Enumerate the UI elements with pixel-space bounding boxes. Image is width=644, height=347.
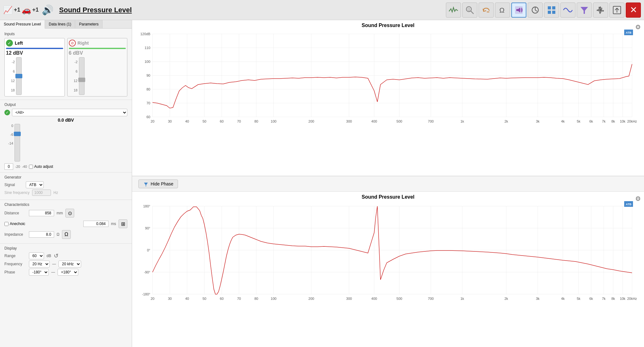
left-channel-name: Left (15, 41, 23, 46)
svg-text:70: 70 (237, 119, 241, 123)
spl-curve (153, 64, 632, 108)
output-select[interactable]: <All> (12, 109, 127, 116)
icon-group-left: 📈 +1 🚗 +1 🔊 (3, 4, 53, 15)
svg-text:ATB: ATB (626, 31, 631, 34)
adjust-row: 0 -20 -40 Auto adjust (4, 163, 127, 170)
impedance-row: Impedance 8.0 Ω Ω (4, 230, 127, 239)
impedance-icon-btn[interactable]: Ω (62, 230, 71, 239)
bottom-chart-settings-icon[interactable]: ⚙ (635, 195, 641, 202)
adjust-box[interactable]: 0 (4, 163, 13, 170)
right-channel-name: Right (78, 41, 89, 46)
svg-text:80: 80 (254, 119, 258, 123)
hide-phase-btn[interactable]: Hide Phase (138, 179, 178, 188)
impedance-value[interactable]: 8.0 (29, 231, 54, 238)
tab-spl[interactable]: Sound Pressure Level (0, 20, 45, 29)
svg-text:4k: 4k (561, 297, 565, 300)
svg-text:110: 110 (145, 46, 150, 50)
output-value: 0.0 dBV (4, 118, 127, 123)
freq-to-select[interactable]: 20 kHz (58, 261, 81, 267)
grid-tool-btn[interactable] (544, 3, 559, 18)
output-section: Output ✓ <All> 0.0 dBV 0 -6 -14 0 (0, 100, 132, 172)
svg-text:1k: 1k (460, 297, 464, 300)
top-chart-svg: 120dB 110 100 90 80 70 60 (135, 30, 638, 127)
svg-text:50: 50 (203, 119, 206, 123)
left-fader-thumb[interactable] (15, 74, 22, 78)
freq-from-select[interactable]: 20 Hz (29, 261, 50, 267)
svg-text:7k: 7k (602, 119, 606, 123)
right-fader-labels: -2 6 12 18 (69, 57, 78, 95)
tab-data-lines[interactable]: Data lines (1) (45, 20, 75, 28)
freq-label: Frequency (4, 262, 26, 266)
svg-text:400: 400 (371, 119, 377, 123)
anechoic-icon-btn[interactable]: ⊞ (119, 219, 127, 228)
svg-text:6k: 6k (589, 297, 593, 300)
sine-freq-input[interactable] (32, 190, 51, 196)
phase-to-select[interactable]: +180° (58, 269, 78, 276)
svg-text:500: 500 (397, 297, 402, 300)
impedance-unit: Ω (57, 232, 59, 237)
output-fader-thumb[interactable] (14, 132, 21, 136)
anechoic-check-input[interactable] (4, 222, 8, 226)
svg-text:30: 30 (168, 119, 172, 123)
svg-text:7k: 7k (602, 297, 606, 300)
distance-icon-btn[interactable]: ⊙ (65, 209, 74, 218)
svg-rect-13 (552, 11, 555, 14)
filter-tool-btn[interactable] (577, 3, 592, 18)
range-select[interactable]: 60 (29, 252, 44, 259)
svg-text:120dB: 120dB (140, 32, 150, 36)
freq-sep: — (52, 262, 56, 266)
freq-row: Frequency 20 Hz — 20 kHz (4, 261, 127, 267)
anechoic-checkbox[interactable]: Anechoic (4, 222, 25, 226)
top-chart-settings-icon[interactable]: ⚙ (635, 23, 641, 31)
svg-text:100: 100 (271, 119, 276, 123)
output-fader-track[interactable] (14, 124, 20, 162)
left-active-icon: ✓ (6, 40, 13, 47)
distance-label: Distance (4, 211, 26, 215)
phase-sep: — (51, 270, 55, 274)
adjust-num-1: -20 (15, 165, 20, 168)
tab-parameters[interactable]: Parameters (75, 20, 103, 28)
badge-1: +1 (14, 7, 20, 13)
undo-tool-btn[interactable] (479, 3, 494, 18)
omega-tool-btn[interactable]: Ω (495, 3, 510, 18)
svg-text:70: 70 (237, 297, 241, 300)
refresh-icon[interactable]: ↺ (54, 252, 58, 259)
impedance-label: Impedance (4, 232, 26, 237)
phase-from-select[interactable]: -180° (29, 269, 49, 276)
sine-tool-btn[interactable] (560, 3, 575, 18)
page-title: Sound Pressure Level (59, 6, 132, 14)
settings-tool-btn[interactable] (593, 3, 608, 18)
right-fader-thumb[interactable] (78, 78, 85, 82)
top-chart-title: Sound Pressure Level (132, 20, 644, 30)
distance-value[interactable]: 858 (29, 210, 54, 216)
signal-row: Signal ATB (4, 181, 127, 188)
anechoic-value[interactable]: 0.084 (83, 221, 108, 227)
waveform-tool-btn[interactable] (446, 3, 461, 18)
auto-adjust-label[interactable]: Auto adjust (29, 164, 53, 169)
rotation-tool-btn[interactable] (528, 3, 543, 18)
svg-text:80: 80 (147, 87, 150, 91)
svg-text:80: 80 (254, 297, 258, 300)
svg-text:5k: 5k (577, 297, 580, 300)
left-fader-track[interactable] (16, 57, 22, 95)
export-tool-btn[interactable] (609, 3, 625, 18)
svg-marker-81 (144, 183, 148, 185)
magnifier-tool-btn[interactable]: Q (462, 3, 477, 18)
svg-text:10k: 10k (620, 119, 625, 123)
right-fader-track[interactable] (79, 57, 85, 95)
inputs-row: ✓ Left 12 dBV -2 6 12 18 (4, 38, 127, 96)
header: 📈 +1 🚗 +1 🔊 Sound Pressure Level Q Ω (0, 0, 644, 20)
auto-adjust-checkbox[interactable] (29, 165, 33, 169)
left-panel: Sound Pressure Level Data lines (1) Para… (0, 20, 132, 347)
inputs-label: Inputs (4, 32, 127, 36)
left-channel-header: ✓ Left (6, 40, 63, 47)
signal-select[interactable]: ATB (26, 181, 44, 188)
char-label: Characteristics (4, 202, 127, 207)
close-btn[interactable]: ✕ (626, 3, 641, 18)
svg-text:40: 40 (185, 119, 189, 123)
toolbar: Q Ω (446, 3, 641, 18)
svg-text:300: 300 (346, 297, 352, 300)
speaker-tool-btn[interactable] (511, 3, 526, 18)
svg-text:700: 700 (428, 119, 434, 123)
svg-rect-12 (548, 11, 551, 14)
